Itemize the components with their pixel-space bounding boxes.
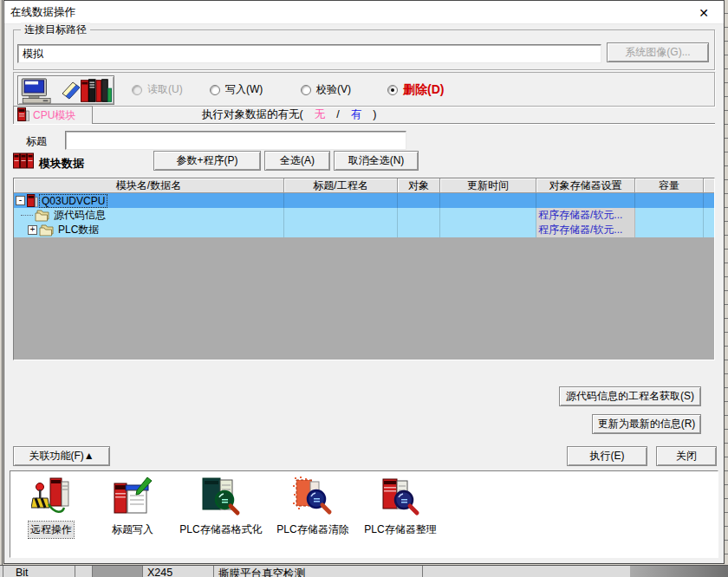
module-data-icon xyxy=(13,152,34,172)
related-item-remote-operation[interactable]: 远程操作 xyxy=(10,477,92,538)
related-item-title-write[interactable]: 标题写入 xyxy=(92,477,173,538)
radio-verify-circle[interactable] xyxy=(301,85,311,95)
related-item-plc-memory-clear[interactable]: PLC存储器清除 xyxy=(269,477,357,538)
table-row-source-info[interactable]: 源代码信息 程序存储器/软元... xyxy=(14,208,714,223)
header-title-project: 标题/工程名 xyxy=(284,178,398,193)
remote-operation-icon xyxy=(31,477,71,519)
radio-write[interactable]: 写入(W) xyxy=(210,82,263,97)
cell-memory-setting[interactable]: 程序存储器/软元... xyxy=(536,208,635,223)
radio-verify[interactable]: 校验(V) xyxy=(301,82,351,97)
table-row-plc-data[interactable]: + PLC数据 程序存储器/软元... xyxy=(14,223,714,237)
connection-path-value: 模拟 xyxy=(23,47,43,62)
related-item-plc-memory-arrange[interactable]: PLC存储器整理 xyxy=(357,477,444,538)
select-all-button[interactable]: 全选(A) xyxy=(264,151,330,171)
title-write-icon xyxy=(113,477,153,519)
online-data-operation-dialog: 在线数据操作 ✕ 连接目标路径 模拟 系统图像(G)... xyxy=(3,0,725,564)
title-bar: 在线数据操作 xyxy=(4,1,724,24)
connection-path-input[interactable]: 模拟 xyxy=(17,44,601,63)
tree-node-label[interactable]: Q03UDVCPU xyxy=(40,195,107,207)
cell-memory-setting[interactable]: 程序存储器/软元... xyxy=(536,223,635,237)
get-source-project-name-button[interactable]: 源代码信息的工程名获取(S) xyxy=(559,386,701,406)
plc-rack-icon xyxy=(81,78,112,107)
radio-read-label: 读取(U) xyxy=(147,82,183,97)
cpu-module-icon xyxy=(17,107,29,124)
cell-capacity xyxy=(635,223,704,237)
table-row-cpu[interactable]: - Q03UDVCPU xyxy=(14,193,714,208)
param-program-button[interactable]: 参数+程序(P) xyxy=(153,151,261,171)
tree-line xyxy=(21,215,33,216)
data-folder-icon xyxy=(39,224,55,237)
eraser-icon xyxy=(60,80,82,105)
status-separator: / xyxy=(336,108,339,120)
status-prefix: 执行对象数据的有无( xyxy=(202,107,303,122)
radio-verify-label: 校验(V) xyxy=(316,82,351,97)
cell-title xyxy=(284,208,398,223)
cell-target xyxy=(398,208,440,223)
header-target: 对象 xyxy=(398,178,440,193)
close-button[interactable]: 关闭 xyxy=(656,446,717,466)
tab-cpu-module-label: CPU模块 xyxy=(33,108,75,123)
header-memory-setting: 对象存储器设置 xyxy=(536,178,635,193)
tab-cpu-module[interactable]: CPU模块 xyxy=(13,106,93,124)
cell-update-time xyxy=(440,223,536,237)
screen: Bit X245 撕膜平台真空检测 在线数据操作 ✕ 连接目标路径 模拟 系统图… xyxy=(0,0,728,577)
tree-node-label[interactable]: PLC数据 xyxy=(56,223,101,237)
computer-icon xyxy=(21,78,57,107)
connection-target-group-label: 连接目标路径 xyxy=(21,23,90,37)
related-functions-panel: 远程操作 标题写入 xyxy=(10,470,718,558)
radio-delete-label: 删除(D) xyxy=(403,82,444,98)
background-fragment-device: X245 xyxy=(147,567,172,577)
system-image-button: 系统图像(G)... xyxy=(607,42,709,62)
background-table-cell xyxy=(630,566,728,577)
connection-target-group: 连接目标路径 模拟 系统图像(G)... xyxy=(13,29,715,70)
status-suffix: ) xyxy=(373,108,376,120)
related-item-label: PLC存储器整理 xyxy=(362,522,438,538)
status-none: 无 xyxy=(315,107,326,122)
header-capacity: 容量 xyxy=(635,178,704,193)
table-header-row: 模块名/数据名 标题/工程名 对象 更新时间 对象存储器设置 容量 xyxy=(14,178,714,193)
cell-target xyxy=(398,223,440,237)
cell-memory-setting xyxy=(536,193,635,208)
radio-read: 读取(U) xyxy=(132,82,183,97)
title-field-input[interactable] xyxy=(65,131,406,150)
related-item-label: 标题写入 xyxy=(110,522,155,538)
tab-divider xyxy=(13,123,715,125)
module-data-table: 模块名/数据名 标题/工程名 对象 更新时间 对象存储器设置 容量 - xyxy=(13,178,715,360)
background-fragment-comment: 撕膜平台真空检测 xyxy=(218,567,305,577)
close-icon[interactable]: ✕ xyxy=(691,3,717,22)
plc-memory-arrange-icon xyxy=(380,477,420,519)
collapse-icon[interactable]: - xyxy=(16,196,25,205)
related-item-plc-memory-format[interactable]: PLC存储器格式化 xyxy=(173,477,269,538)
cell-capacity xyxy=(635,193,704,208)
related-functions-button[interactable]: 关联功能(F)▲ xyxy=(13,446,110,466)
expand-icon[interactable]: + xyxy=(28,225,37,235)
background-window-fragment-bottom: Bit X245 撕膜平台真空检测 xyxy=(0,565,728,577)
status-has: 有 xyxy=(351,107,362,122)
data-folder-icon xyxy=(35,210,50,222)
plc-memory-format-icon xyxy=(201,477,241,519)
plc-memory-clear-icon xyxy=(293,477,333,519)
background-table-cell xyxy=(92,566,142,577)
related-item-label: PLC存储器清除 xyxy=(275,522,350,538)
cpu-module-icon xyxy=(27,194,38,207)
radio-write-label: 写入(W) xyxy=(225,82,263,97)
radio-delete-circle[interactable] xyxy=(387,85,398,95)
background-window-fragment-right xyxy=(725,0,728,565)
radio-write-circle[interactable] xyxy=(210,85,220,95)
cell-title xyxy=(284,223,398,237)
execute-button[interactable]: 执行(E) xyxy=(567,446,647,466)
title-field-label: 标题 xyxy=(26,134,47,149)
background-fragment-type: Bit xyxy=(16,567,29,577)
deselect-all-button[interactable]: 取消全选(N) xyxy=(334,151,419,171)
connection-route-panel xyxy=(17,75,114,105)
cell-target xyxy=(398,193,440,208)
related-item-label: PLC存储器格式化 xyxy=(178,522,263,538)
header-update-time: 更新时间 xyxy=(440,178,536,193)
radio-delete[interactable]: 删除(D) xyxy=(387,82,444,98)
tree-node-label[interactable]: 源代码信息 xyxy=(52,208,107,223)
target-data-status: 执行对象数据的有无( 无 / 有 ) xyxy=(202,107,376,122)
cell-update-time xyxy=(440,193,536,208)
operation-mode-group: 读取(U) 写入(W) 校验(V) 删除(D) xyxy=(13,72,715,107)
related-item-label: 远程操作 xyxy=(29,522,74,538)
refresh-latest-info-button[interactable]: 更新为最新的信息(R) xyxy=(592,414,701,434)
